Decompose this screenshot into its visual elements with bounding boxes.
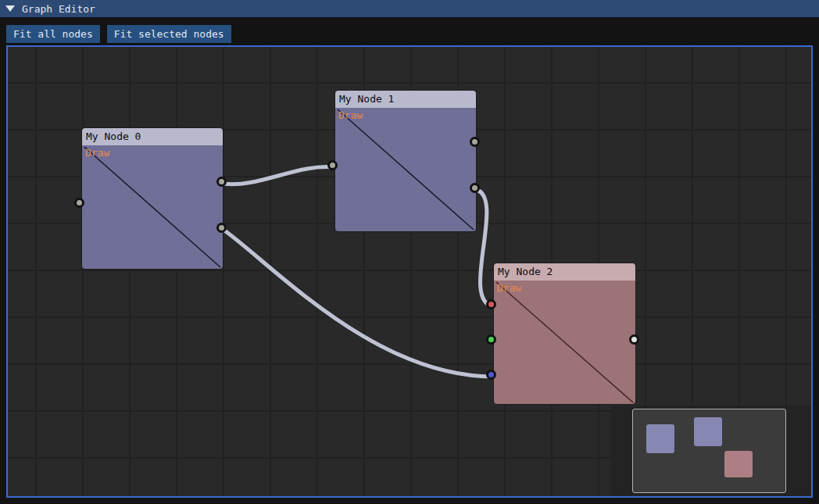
node-draw-label: Draw: [338, 109, 363, 121]
graph-editor-window: Graph Editor Fit all nodes Fit selected …: [0, 0, 819, 504]
node-my-node-0[interactable]: My Node 0 Draw: [81, 127, 224, 270]
window-title: Graph Editor: [22, 3, 95, 15]
node-my-node-1[interactable]: My Node 1 Draw: [334, 90, 477, 232]
pin-node0-output-top[interactable]: [216, 177, 227, 187]
node-diagonal-line: [82, 145, 223, 269]
collapse-arrow-icon[interactable]: [5, 5, 15, 12]
pin-node2-input-green[interactable]: [486, 334, 496, 345]
link-node1-to-node2: [477, 190, 493, 306]
toolbar: Fit all nodes Fit selected nodes: [6, 25, 231, 43]
node-diagonal-line: [494, 281, 635, 404]
minimap-node-0[interactable]: [646, 424, 674, 453]
pin-node2-input-red[interactable]: [486, 299, 496, 309]
node-body: Draw: [335, 108, 476, 231]
node-body: Draw: [494, 281, 635, 404]
pin-node2-output[interactable]: [629, 334, 639, 345]
minimap[interactable]: [632, 409, 786, 493]
node-body: Draw: [82, 145, 223, 269]
minimap-node-1[interactable]: [694, 417, 722, 446]
fit-all-nodes-button[interactable]: Fit all nodes: [6, 25, 100, 43]
node-draw-label: Draw: [497, 282, 521, 294]
node-my-node-2[interactable]: My Node 2 Draw: [493, 263, 636, 405]
pin-node1-output-top[interactable]: [470, 137, 480, 147]
node-diagonal-line: [335, 108, 476, 231]
link-node0-to-node1: [224, 166, 334, 184]
pin-node1-output-bottom[interactable]: [470, 183, 480, 193]
node-draw-label: Draw: [85, 147, 109, 159]
minimap-node-2[interactable]: [724, 451, 753, 477]
window-titlebar[interactable]: Graph Editor: [0, 0, 819, 17]
pin-node0-output-bottom[interactable]: [216, 223, 227, 233]
pin-node0-input[interactable]: [74, 198, 84, 208]
node-title[interactable]: My Node 0: [82, 128, 223, 145]
node-editor-canvas[interactable]: My Node 0 Draw My Node 1 Draw My Node 2 …: [6, 45, 813, 498]
node-title[interactable]: My Node 1: [335, 91, 476, 108]
pin-node1-input[interactable]: [327, 160, 338, 170]
pin-node2-input-blue[interactable]: [486, 370, 496, 380]
node-title[interactable]: My Node 2: [494, 263, 635, 281]
fit-selected-nodes-button[interactable]: Fit selected nodes: [107, 25, 231, 43]
link-node0-to-node2: [224, 230, 493, 377]
